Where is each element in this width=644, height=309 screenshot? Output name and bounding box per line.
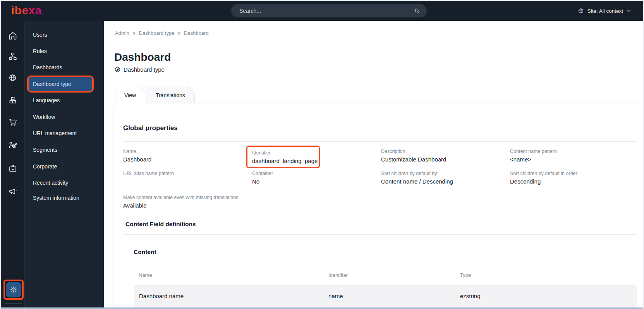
content-type-label: Dashboard type [124,66,165,73]
commerce-cart-icon[interactable] [8,117,18,127]
field-content-name-pattern: Content name pattern <name> [510,149,557,163]
breadcrumb-separator: > [133,31,136,36]
cell-field-identifier: name [328,293,343,299]
page-title: Dashboard [114,51,171,64]
sidebar-item-roles[interactable]: Roles [25,43,104,59]
global-search[interactable] [231,4,427,17]
rail-divider [5,303,22,304]
content-card: Global properties Name Dashboard Identif… [113,103,644,308]
globe-icon [577,7,584,14]
field-availability: Make content available even with missing… [123,195,238,209]
site-context-selector[interactable]: Site: All context [577,1,632,21]
sidebar-item-languages[interactable]: Languages [25,93,104,108]
sidebar-item-recent-activity[interactable]: Recent activity [25,175,104,191]
field-description: Description Customizable Dashboard [381,149,446,163]
sidebar-item-label: Dashboard type [29,77,92,91]
section-heading-content-group: Content [134,249,156,256]
cell-field-type: ezstring [460,293,481,299]
top-bar: ibexa Site: All context [1,1,643,21]
content-type-icon [114,66,121,73]
search-input[interactable] [231,8,414,14]
breadcrumb: Admin > Dashboard type > Dashboard [115,30,209,36]
field-container: Container No [252,171,273,185]
corporate-badge-icon[interactable] [8,163,18,173]
field-name: Name Dashboard [123,149,151,163]
chevron-down-icon [626,8,632,14]
sidebar-item-url-management[interactable]: URL management [25,125,104,141]
breadcrumb-item-dashboard-type[interactable]: Dashboard type [139,30,175,36]
settings-gear-icon [9,285,18,294]
content-type-subtitle: Dashboard type [114,66,165,73]
breadcrumb-separator: > [178,31,180,36]
sidebar-item-segments[interactable]: Segments [25,142,104,158]
icon-rail [1,21,25,308]
home-icon[interactable] [8,31,18,41]
divider [123,234,637,235]
highlight-box-settings [3,280,24,300]
cell-field-name: Dashboard name [139,293,184,299]
admin-menu: Users Roles Dashboards Dashboard type La… [25,21,104,308]
divider [123,141,637,142]
divider [134,265,637,265]
site-context-label: Site: All context [587,8,623,14]
table-header-name: Name [139,272,152,278]
table-header-identifier: Identifier [328,272,348,278]
products-boxes-icon[interactable] [8,95,18,105]
ibexa-logo[interactable]: ibexa [11,4,42,17]
tab-view[interactable]: View [115,87,145,103]
search-icon[interactable] [414,7,421,14]
highlight-box-identifier: Identifier dashboard_landing_page [246,146,320,168]
window-bottom-edge [1,307,643,309]
sidebar-item-corporate[interactable]: Corporate [25,159,104,174]
section-heading-global-properties: Global properties [123,124,178,132]
megaphone-icon[interactable] [8,186,18,196]
table-header-type: Type [460,272,471,278]
sidebar-item-users[interactable]: Users [25,27,104,43]
field-identifier: Identifier dashboard_landing_page [252,150,319,165]
app-window: ibexa Site: All context [0,0,644,309]
field-sort-children-by: Sort children by default by: Content nam… [381,171,453,185]
site-globe-icon[interactable] [8,73,18,83]
tab-translations[interactable]: Translations [146,87,195,103]
field-url-alias-name-pattern: URL alias name pattern [123,171,174,178]
sidebar-item-workflow[interactable]: Workflow [25,109,104,125]
breadcrumb-item-admin[interactable]: Admin [115,30,129,36]
content-tree-icon[interactable] [8,52,18,62]
sidebar-item-system-information[interactable]: System information [25,190,104,206]
breadcrumb-item-dashboard: Dashboard [184,30,209,36]
sidebar-item-dashboard-type-highlighted[interactable]: Dashboard type [27,76,94,93]
audience-target-icon[interactable] [8,140,18,150]
section-heading-field-definitions: Content Field definitions [125,221,196,228]
table-row: Dashboard name name ezstring [134,285,637,308]
sidebar-item-dashboards[interactable]: Dashboards [25,60,104,75]
main-content: Admin > Dashboard type > Dashboard Dashb… [104,21,644,308]
settings-button[interactable] [6,282,21,297]
field-sort-children-order: Sort children by default in order: Desce… [510,171,579,185]
